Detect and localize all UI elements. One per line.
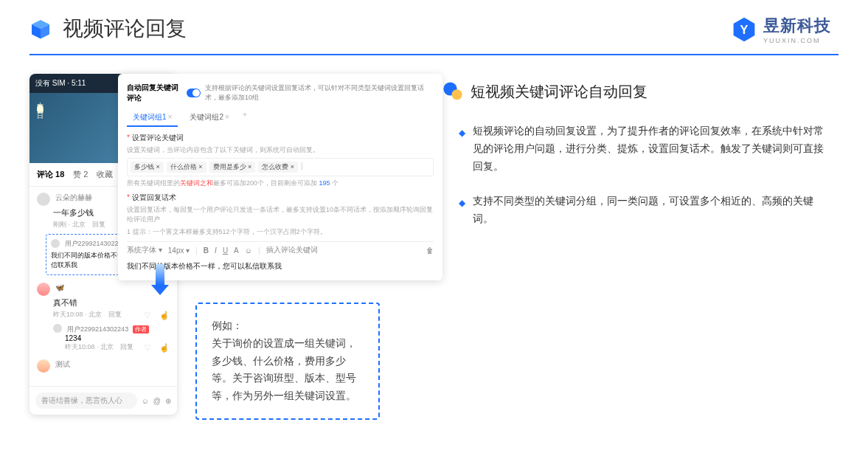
comment-input[interactable]: 善语结善缘，恶言伤人心 [35, 393, 137, 409]
tab-fav[interactable]: 收藏 [97, 169, 113, 180]
fontsize-select[interactable]: 14px ▾ [168, 246, 190, 255]
chat-bubble-icon [442, 81, 463, 102]
emoji-icon[interactable]: ☺ [142, 397, 149, 405]
keyword-input[interactable]: 多少钱 × 什么价格 × 费用是多少 × 怎么收费 × | [127, 158, 434, 176]
tab-likes[interactable]: 赞 2 [73, 169, 88, 180]
keyword-config-panel: 自动回复关键词评论 支持根据评论的关键词设置回复话术，可以针对不同类型关键词设置… [118, 74, 442, 280]
cube-icon [29, 18, 52, 40]
image-icon[interactable]: ⊕ [165, 397, 171, 405]
bold-icon[interactable]: B [204, 246, 209, 255]
diamond-icon: ◆ [459, 196, 465, 228]
insert-keyword-button[interactable]: 插入评论关键词 [266, 245, 318, 255]
tab-comments[interactable]: 评论 18 [37, 169, 64, 180]
brand-logo: Y 昱新科技 YUUXIN.COM [731, 15, 831, 44]
keyword-tag[interactable]: 怎么收费 × [258, 162, 298, 173]
comment-item: 🦋 真不错 昨天10:08 · 北京 回复♡ ☝ 用户2299214302243… [37, 283, 170, 352]
svg-point-6 [452, 89, 462, 100]
add-tab-icon[interactable]: ＋ [241, 109, 249, 127]
hexagon-logo-icon: Y [731, 16, 757, 43]
delete-icon[interactable]: 🗑 [426, 246, 434, 255]
bullet-item: ◆ 支持不同类型的关键词分组，同一类问题，可设置多个相近的、高频的关键词。 [442, 193, 826, 228]
bullet-item: ◆ 短视频评论的自动回复设置，为了提升作者的评论回复效率，在系统中针对常见的评论… [442, 122, 826, 175]
keyword-tag[interactable]: 多少钱 × [131, 162, 164, 173]
comment-input-bar[interactable]: 善语结善缘，恶言伤人心 ☺ @ ⊕ [29, 386, 177, 415]
keyword-tag[interactable]: 什么价格 × [167, 162, 206, 173]
comment-item: 测试 [37, 359, 170, 373]
emoji-icon[interactable]: ☺ [245, 246, 252, 255]
section-heading: 短视频关键词评论自动回复 [471, 82, 647, 102]
arrow-down-icon [151, 264, 169, 294]
keyword-group-tab[interactable]: 关键词组2× [184, 109, 235, 127]
keyword-tag[interactable]: 费用是多少 × [209, 162, 256, 173]
at-icon[interactable]: @ [153, 397, 161, 405]
logo-text: 昱新科技 [763, 15, 831, 37]
logo-subtext: YUUXIN.COM [763, 37, 831, 44]
italic-icon[interactable]: I [215, 246, 217, 255]
diamond-icon: ◆ [459, 125, 465, 175]
panel-title: 自动回复关键词评论 [127, 83, 182, 103]
svg-text:Y: Y [740, 23, 749, 36]
page-title: 视频评论回复 [63, 15, 187, 43]
enable-toggle[interactable] [187, 89, 200, 97]
reply-textarea[interactable]: 我们不同的版本价格不一样，您可以私信联系我 [127, 261, 434, 272]
color-icon[interactable]: A [234, 246, 239, 255]
font-select[interactable]: 系统字体 ▾ [127, 245, 162, 255]
editor-toolbar[interactable]: 系统字体 ▾ 14px ▾ | B I U A ☺ | 插入评论关键词 🗑 [127, 241, 434, 258]
avatar [37, 193, 50, 206]
close-icon[interactable]: × [168, 113, 173, 121]
underline-icon[interactable]: U [223, 246, 228, 255]
example-callout: 例如： 关于询价的设置成一组关键词，多少钱、什么价格，费用多少等。关于咨询班型、… [195, 303, 380, 420]
keyword-group-tab[interactable]: 关键词组1× [127, 109, 178, 127]
